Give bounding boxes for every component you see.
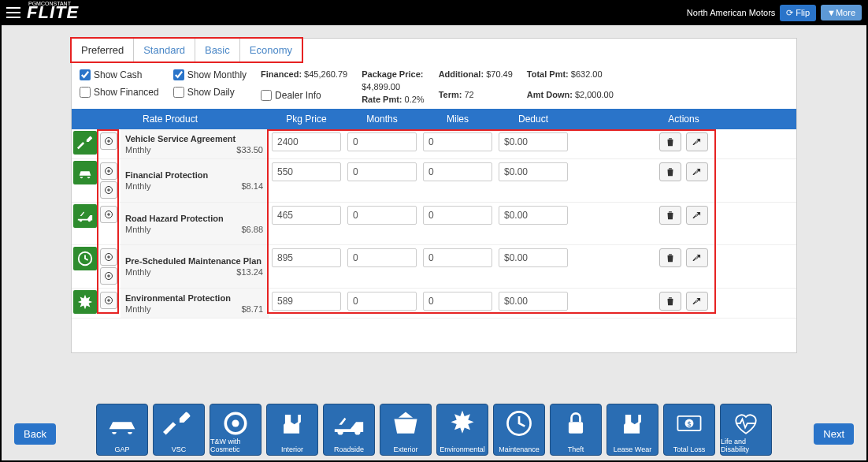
- ded-input[interactable]: [499, 132, 568, 151]
- table-row: Environmental ProtectionMnthly$8.71: [72, 289, 796, 319]
- tab-bar: PreferredStandardBasicEconomy: [70, 37, 303, 63]
- add-row-button[interactable]: [100, 248, 117, 266]
- category-icon: [437, 408, 488, 439]
- more-button[interactable]: ▼More: [821, 5, 862, 20]
- org-name: North American Motors: [687, 8, 775, 17]
- expand-button[interactable]: [686, 162, 708, 181]
- add-row-button[interactable]: [100, 132, 117, 150]
- mon-input[interactable]: [347, 132, 417, 151]
- show-financed-checkbox[interactable]: Show Financed: [80, 87, 159, 98]
- tow-icon[interactable]: [73, 204, 97, 228]
- category-icon: [267, 408, 317, 439]
- svg-rect-11: [569, 422, 583, 434]
- category-roadside[interactable]: Roadside: [323, 404, 375, 456]
- category-lease-wear[interactable]: Lease Wear: [606, 404, 658, 456]
- product-name: Pre-Scheduled Maintenance Plan: [125, 256, 263, 266]
- delete-button[interactable]: [659, 292, 681, 311]
- expand-button[interactable]: [686, 292, 708, 311]
- product-name: Road Hazard Protection: [125, 214, 263, 223]
- category-icon: $: [664, 408, 714, 439]
- show-cash-checkbox[interactable]: Show Cash: [80, 69, 159, 80]
- tab-preferred[interactable]: Preferred: [72, 39, 134, 61]
- mil-input[interactable]: [423, 206, 492, 225]
- add-row-button[interactable]: [100, 267, 117, 285]
- mon-input[interactable]: [347, 206, 417, 225]
- main-panel: PreferredStandardBasicEconomy Show Cash …: [71, 38, 797, 353]
- table-row: Vehicle Service AgreementMnthly$33.50: [72, 129, 796, 159]
- category-vsc[interactable]: VSC: [153, 404, 205, 456]
- delete-button[interactable]: [659, 248, 681, 267]
- add-row-button[interactable]: [100, 162, 117, 180]
- pkg-input[interactable]: [272, 248, 341, 267]
- hamburger-menu-icon[interactable]: [6, 7, 20, 18]
- expand-button[interactable]: [686, 132, 708, 151]
- ded-input[interactable]: [499, 206, 568, 225]
- burst-icon[interactable]: [73, 290, 97, 314]
- mil-input[interactable]: [423, 132, 492, 151]
- next-button[interactable]: Next: [814, 423, 854, 445]
- topbar: PGMCONSTANT FLITE North American Motors …: [0, 0, 868, 25]
- mil-input[interactable]: [423, 162, 492, 181]
- delete-button[interactable]: [659, 132, 681, 151]
- category-exterior[interactable]: Exterior: [380, 404, 432, 456]
- category-theft[interactable]: Theft: [550, 404, 602, 456]
- mil-input[interactable]: [423, 292, 492, 311]
- ded-input[interactable]: [499, 248, 568, 267]
- category-icon: [380, 408, 431, 439]
- car-icon[interactable]: [73, 161, 97, 184]
- svg-text:$: $: [688, 421, 692, 428]
- mon-input[interactable]: [347, 162, 417, 181]
- product-name: Financial Protection: [125, 170, 263, 180]
- table-header: Rate Product Pkg Price Months Miles Dedu…: [72, 109, 796, 129]
- category-icon: [210, 408, 261, 439]
- category-icon: [154, 408, 204, 439]
- dealer-info-checkbox[interactable]: Dealer Info: [261, 90, 347, 101]
- ded-input[interactable]: [499, 292, 568, 311]
- mon-input[interactable]: [347, 292, 417, 311]
- delete-button[interactable]: [659, 206, 681, 225]
- category-life-and-disability[interactable]: Life and Disability: [720, 404, 772, 456]
- product-name: Environmental Protection: [125, 293, 263, 303]
- category-gap[interactable]: GAP: [96, 404, 148, 456]
- table-row: Road Hazard ProtectionMnthly$6.88: [72, 203, 796, 245]
- pkg-input[interactable]: [272, 162, 341, 181]
- refresh-icon: ⟳: [786, 8, 793, 18]
- wrench-icon[interactable]: [73, 131, 97, 155]
- pkg-input[interactable]: [272, 206, 341, 225]
- category-icon: [551, 408, 601, 439]
- tab-economy[interactable]: Economy: [240, 39, 302, 61]
- add-row-button[interactable]: [100, 292, 117, 309]
- category-icon: [721, 408, 771, 439]
- table-row: Pre-Scheduled Maintenance PlanMnthly$13.…: [72, 245, 796, 289]
- logo: PGMCONSTANT FLITE: [27, 4, 79, 21]
- add-row-button[interactable]: [100, 181, 117, 199]
- category-icon: [607, 408, 658, 439]
- tab-basic[interactable]: Basic: [195, 39, 240, 61]
- category-interior[interactable]: Interior: [266, 404, 318, 456]
- pkg-input[interactable]: [272, 132, 341, 151]
- clock-icon[interactable]: [73, 247, 97, 270]
- add-row-button[interactable]: [100, 206, 117, 223]
- svg-point-9: [232, 419, 239, 427]
- expand-button[interactable]: [686, 206, 708, 225]
- show-daily-checkbox[interactable]: Show Daily: [173, 87, 247, 98]
- ded-input[interactable]: [499, 162, 568, 181]
- tab-standard[interactable]: Standard: [134, 39, 195, 61]
- mon-input[interactable]: [347, 248, 417, 267]
- category-icon: [324, 408, 374, 439]
- mil-input[interactable]: [423, 248, 492, 267]
- back-button[interactable]: Back: [14, 423, 56, 445]
- bottom-icon-bar: GAPVSCT&W with CosmeticInteriorRoadsideE…: [0, 404, 868, 456]
- expand-button[interactable]: [686, 248, 708, 267]
- flip-button[interactable]: ⟳ Flip: [780, 5, 816, 21]
- category-total-loss[interactable]: $Total Loss: [663, 404, 715, 456]
- category-environmental[interactable]: Environmental: [436, 404, 488, 456]
- category-icon: [494, 408, 544, 439]
- delete-button[interactable]: [659, 162, 681, 181]
- category-t-w-with-cosmetic[interactable]: T&W with Cosmetic: [210, 404, 262, 456]
- category-maintenance[interactable]: Maintenance: [493, 404, 545, 456]
- show-monthly-checkbox[interactable]: Show Monthly: [173, 69, 247, 80]
- table-row: Financial ProtectionMnthly$8.14: [72, 159, 796, 203]
- pkg-input[interactable]: [272, 292, 341, 311]
- category-icon: [97, 408, 147, 439]
